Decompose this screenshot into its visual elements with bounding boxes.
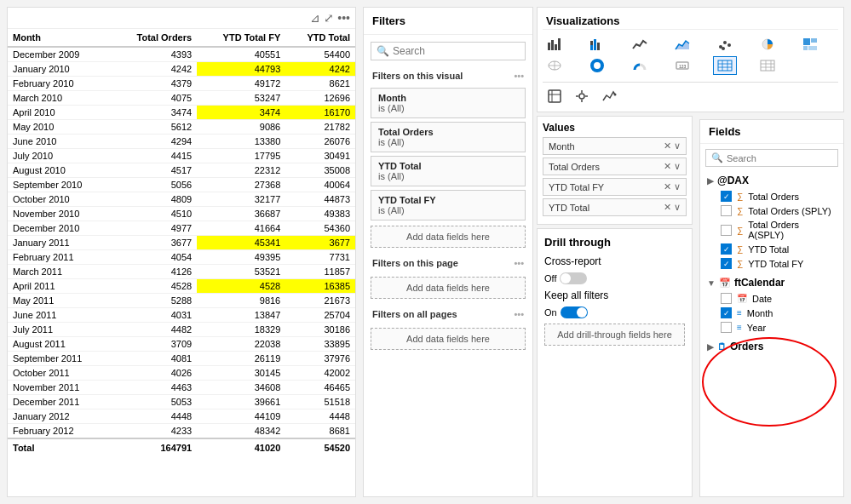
- field-date[interactable]: 📅 Date: [704, 291, 840, 306]
- filters-search-input[interactable]: [393, 45, 520, 57]
- field-month-check[interactable]: ✓: [721, 307, 732, 318]
- field-total-orders-asply[interactable]: ∑ Total Orders A(SPLY): [704, 218, 840, 242]
- field-month[interactable]: ✓ ≡ Month: [704, 306, 840, 320]
- field-ytd-total-check[interactable]: ✓: [721, 243, 732, 255]
- filter-ytd-fy-name: YTD Total FY: [378, 195, 518, 205]
- viz-icon-bar[interactable]: [543, 35, 566, 54]
- cell-total-orders: 4415: [112, 149, 197, 163]
- svg-rect-15: [811, 38, 817, 43]
- value-row-ytd-total[interactable]: YTD Total ✕ ∨: [543, 198, 687, 216]
- field-month-label: Month: [747, 308, 773, 318]
- field-ytd-total-fy-check[interactable]: ✓: [721, 258, 732, 269]
- col-total-orders: Total Orders: [112, 29, 197, 47]
- value-total-orders-actions[interactable]: ✕ ∨: [664, 161, 681, 172]
- field-total-orders-check[interactable]: ✓: [721, 191, 732, 202]
- cell-ytd-fy: 45341: [197, 236, 285, 250]
- cell-ytd-total: 51518: [285, 395, 355, 410]
- cross-report-row: Cross-report: [544, 255, 685, 267]
- value-row-total-orders[interactable]: Total Orders ✕ ∨: [543, 158, 687, 175]
- fields-search-box[interactable]: 🔍: [705, 149, 838, 167]
- filters-search-box[interactable]: 🔍: [371, 42, 526, 60]
- fields-panel: Fields 🔍 ▶ @DAX ✓ ∑ Total Orders ∑: [699, 119, 844, 497]
- field-year-check[interactable]: [721, 322, 732, 333]
- cell-ytd-fy: 44109: [197, 410, 285, 424]
- fields-group-calendar[interactable]: ▼ 📅 ftCalendar: [704, 274, 840, 291]
- cell-total-orders: 4233: [112, 424, 197, 439]
- field-total-orders[interactable]: ✓ ∑ Total Orders: [704, 189, 840, 203]
- cell-total-orders: 4482: [112, 323, 197, 337]
- table-row: January 20113677453413677: [8, 236, 355, 250]
- viz-icon-scatter[interactable]: [713, 35, 737, 54]
- viz-icon-treemap[interactable]: [798, 35, 822, 54]
- fields-search-input[interactable]: [727, 153, 832, 163]
- filter-ytd-total[interactable]: YTD Total is (All): [371, 156, 526, 186]
- cell-month: July 2010: [8, 149, 112, 163]
- keep-filters-toggle-container[interactable]: On: [544, 306, 588, 318]
- filter-total-orders[interactable]: Total Orders is (All): [371, 122, 526, 152]
- field-total-orders-asply-check[interactable]: [721, 225, 732, 236]
- value-row-month[interactable]: Month ✕ ∨: [543, 137, 687, 155]
- value-row-ytd-fy[interactable]: YTD Total FY ✕ ∨: [543, 178, 687, 196]
- value-month-actions[interactable]: ✕ ∨: [664, 140, 681, 152]
- table-row: February 20124233483428681: [8, 424, 355, 439]
- viz-format-icon[interactable]: [570, 86, 594, 106]
- svg-rect-14: [803, 38, 810, 45]
- viz-icon-map[interactable]: [543, 56, 566, 75]
- on-this-page-more[interactable]: •••: [514, 258, 524, 268]
- expand-icon[interactable]: ⤢: [324, 11, 334, 25]
- filter-icon[interactable]: ⊿: [310, 11, 320, 25]
- cell-ytd-total: 35008: [285, 163, 355, 178]
- footer-ytd-total: 54520: [285, 438, 355, 456]
- cell-total-orders: 4026: [112, 366, 197, 381]
- table-row: December 200943934055154400: [8, 47, 355, 62]
- cell-ytd-total: 25704: [285, 308, 355, 323]
- filter-ytd-total-fy[interactable]: YTD Total FY is (All): [371, 190, 526, 220]
- filter-month[interactable]: Month is (All): [371, 88, 526, 118]
- add-fields-page-btn[interactable]: Add data fields here: [371, 277, 526, 299]
- value-total-orders-label: Total Orders: [549, 162, 600, 172]
- viz-icon-gauge[interactable]: [628, 56, 652, 75]
- viz-icon-donut[interactable]: [585, 56, 609, 75]
- filters-panel: Filters 🔍 Filters on this visual ••• Mon…: [363, 7, 533, 497]
- fields-group-orders[interactable]: ▶ 🗒 Orders: [704, 338, 840, 355]
- field-total-orders-sply[interactable]: ∑ Total Orders (SPLY): [704, 203, 840, 218]
- add-fields-visual-btn[interactable]: Add data fields here: [371, 226, 526, 248]
- table-row: September 201140812611937976: [8, 352, 355, 366]
- viz-icon-card[interactable]: 123: [670, 56, 694, 75]
- value-ytd-total-actions[interactable]: ✕ ∨: [664, 202, 681, 213]
- field-ytd-total[interactable]: ✓ ∑ YTD Total: [704, 242, 840, 256]
- viz-icon-line[interactable]: [628, 35, 652, 54]
- field-date-check[interactable]: [721, 293, 732, 304]
- on-all-pages-more[interactable]: •••: [514, 309, 524, 319]
- keep-filters-toggle[interactable]: [561, 306, 588, 318]
- cell-month: August 2010: [8, 163, 112, 178]
- sigma-icon-3: ∑: [737, 244, 743, 254]
- table-row: December 201049774166454360: [8, 221, 355, 236]
- field-year[interactable]: ≡ Year: [704, 320, 840, 335]
- fields-group-dax[interactable]: ▶ @DAX: [704, 172, 840, 189]
- add-fields-all-btn[interactable]: Add data fields here: [371, 328, 526, 350]
- svg-rect-16: [803, 46, 808, 50]
- svg-rect-7: [597, 43, 600, 50]
- viz-analytics-icon[interactable]: [597, 86, 621, 106]
- col-ytd-total-fy: YTD Total FY: [197, 29, 285, 47]
- field-total-orders-sply-check[interactable]: [721, 205, 732, 216]
- field-icon-measure: ∑: [737, 192, 743, 201]
- cross-report-toggle[interactable]: [560, 272, 587, 284]
- filter-month-val: is (All): [378, 103, 518, 113]
- cell-ytd-total: 54360: [285, 221, 355, 236]
- value-ytd-fy-actions[interactable]: ✕ ∨: [664, 181, 681, 192]
- on-this-visual-more[interactable]: •••: [514, 71, 524, 81]
- cell-ytd-fy: 41664: [197, 221, 285, 236]
- field-ytd-total-fy[interactable]: ✓ ∑ YTD Total FY: [704, 256, 840, 271]
- more-options-icon[interactable]: •••: [337, 11, 350, 25]
- viz-icon-area[interactable]: [670, 35, 694, 54]
- cross-report-toggle-container[interactable]: Off: [544, 272, 587, 284]
- viz-icon-pie[interactable]: [756, 35, 779, 54]
- data-table-panel: ⊿ ⤢ ••• Month Total Orders YTD Total FY …: [7, 7, 356, 497]
- add-drill-fields-btn[interactable]: Add drill-through fields here: [544, 324, 685, 346]
- viz-icon-table[interactable]: [713, 56, 737, 75]
- viz-icon-stacked-bar[interactable]: [585, 35, 609, 54]
- viz-icon-matrix[interactable]: [756, 56, 779, 75]
- viz-fields-icon[interactable]: [543, 86, 566, 106]
